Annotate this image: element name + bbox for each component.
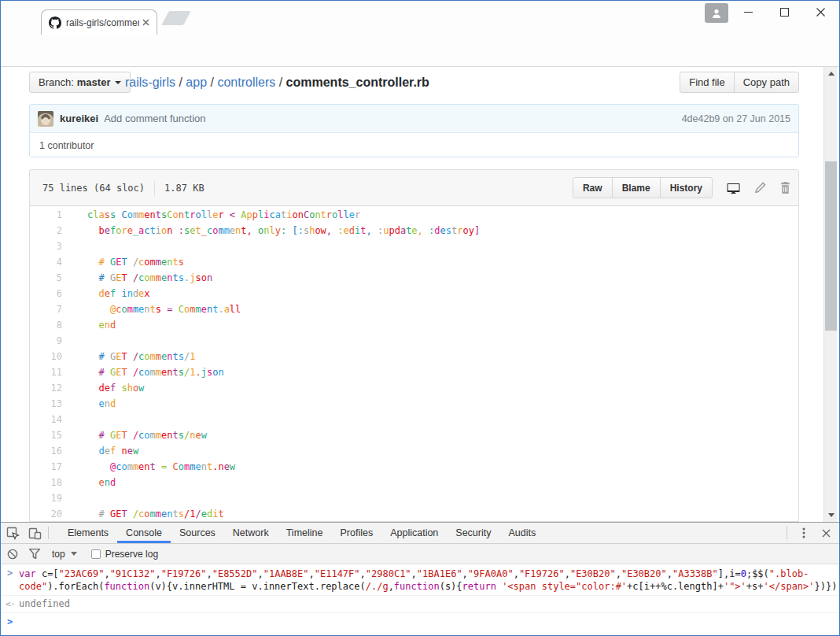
preserve-log-checkbox[interactable] bbox=[91, 549, 101, 559]
devtools-close-icon[interactable] bbox=[816, 523, 835, 543]
window-close-button[interactable] bbox=[802, 0, 838, 24]
console-toolbar: top Preserve log bbox=[0, 544, 840, 564]
commit-message[interactable]: Add comment function bbox=[104, 113, 681, 124]
code-line: end bbox=[87, 475, 798, 490]
devtools-menu-icon[interactable] bbox=[794, 523, 813, 543]
line-number[interactable]: 4 bbox=[30, 254, 62, 270]
scroll-down-arrow-icon[interactable] bbox=[824, 508, 838, 522]
line-number[interactable]: 10 bbox=[30, 349, 62, 364]
command-chevron-icon: > bbox=[7, 568, 13, 579]
breadcrumb-dir-controllers-link[interactable]: controllers bbox=[217, 76, 275, 89]
scrollbar-thumb[interactable] bbox=[825, 161, 837, 331]
code-line: # GET /comments/1 bbox=[87, 349, 798, 364]
filter-icon[interactable] bbox=[25, 544, 44, 564]
tabbar-divider bbox=[787, 527, 787, 539]
chevron-down-icon bbox=[115, 81, 121, 87]
person-icon bbox=[711, 8, 722, 19]
line-number[interactable]: 9 bbox=[30, 333, 62, 349]
code-line bbox=[87, 412, 798, 427]
page-scrollbar[interactable] bbox=[823, 67, 837, 522]
breadcrumb-dir-app-link[interactable]: app bbox=[186, 76, 207, 89]
code-line bbox=[87, 490, 798, 506]
edit-pencil-icon[interactable] bbox=[754, 182, 766, 194]
line-number[interactable]: 2 bbox=[30, 223, 62, 238]
device-toolbar-icon[interactable] bbox=[25, 523, 44, 543]
devtools-tab-sources[interactable]: Sources bbox=[171, 523, 224, 543]
file-blob-container: 75 lines (64 sloc) 1.87 KB Raw Blame His… bbox=[29, 169, 799, 522]
file-size: 1.87 KB bbox=[164, 183, 204, 194]
line-number[interactable]: 8 bbox=[30, 317, 62, 333]
context-label: top bbox=[52, 549, 65, 560]
line-number[interactable]: 15 bbox=[30, 427, 62, 443]
open-desktop-icon[interactable] bbox=[727, 182, 740, 194]
browser-titlebar: rails-girls/comments_con bbox=[0, 0, 840, 35]
code-line: # GET /comments/new bbox=[87, 427, 798, 443]
devtools-panel: ElementsConsoleSourcesNetworkTimelinePro… bbox=[0, 522, 840, 636]
line-number[interactable]: 19 bbox=[30, 490, 62, 506]
tab-title: rails-girls/comments_con bbox=[66, 17, 139, 28]
devtools-tab-security[interactable]: Security bbox=[447, 523, 499, 543]
code-line-numbers: 1234567891011121314151617181920 bbox=[30, 207, 69, 521]
browser-toolbar: GitHub, Inc. [US] https://github.com/kur… bbox=[0, 35, 840, 67]
line-number[interactable]: 6 bbox=[30, 286, 62, 301]
line-number[interactable]: 11 bbox=[30, 364, 62, 380]
line-number[interactable]: 5 bbox=[30, 270, 62, 286]
scroll-up-arrow-icon[interactable] bbox=[824, 67, 838, 80]
devtools-tab-console[interactable]: Console bbox=[117, 523, 171, 543]
devtools-tab-elements[interactable]: Elements bbox=[59, 523, 117, 543]
line-number[interactable]: 12 bbox=[30, 380, 62, 396]
contributors-row[interactable]: 1 contributor bbox=[30, 133, 798, 157]
code-lines[interactable]: class CommentsController < ApplicationCo… bbox=[69, 207, 798, 521]
line-number[interactable]: 20 bbox=[30, 506, 62, 522]
branch-label: Branch: bbox=[39, 76, 74, 88]
code-line bbox=[87, 238, 798, 254]
devtools-tabs: ElementsConsoleSourcesNetworkTimelinePro… bbox=[59, 523, 544, 543]
clear-console-icon[interactable] bbox=[3, 544, 22, 564]
page-content: Branch: master rails-girls / app / contr… bbox=[0, 67, 840, 522]
header-actions: Find file Copy path bbox=[680, 72, 799, 93]
breadcrumb-repo-link[interactable]: rails-girls bbox=[125, 76, 175, 89]
execution-context-selector[interactable]: top bbox=[52, 549, 77, 560]
window-maximize-button[interactable] bbox=[766, 0, 802, 24]
code-line: # GET /comments/1/edit bbox=[87, 506, 798, 521]
line-number[interactable]: 14 bbox=[30, 412, 62, 427]
github-favicon-icon bbox=[49, 17, 61, 29]
meta-divider bbox=[154, 181, 155, 195]
code-line: before_action :set_comment, only: [:show… bbox=[87, 223, 798, 238]
raw-button[interactable]: Raw bbox=[573, 177, 613, 198]
console-command-line: var c=["23AC69","91C132","F19726","E8552… bbox=[19, 568, 840, 580]
line-number[interactable]: 1 bbox=[30, 207, 62, 223]
line-number[interactable]: 3 bbox=[30, 238, 62, 254]
devtools-tab-timeline[interactable]: Timeline bbox=[278, 523, 332, 543]
console-prompt-row[interactable]: > bbox=[0, 613, 840, 616]
inspect-element-icon[interactable] bbox=[3, 523, 22, 543]
new-tab-button[interactable] bbox=[161, 11, 191, 25]
profile-avatar-button[interactable] bbox=[705, 3, 728, 23]
commit-author-avatar[interactable] bbox=[38, 111, 53, 127]
devtools-tab-network[interactable]: Network bbox=[224, 523, 278, 543]
delete-trash-icon[interactable] bbox=[780, 182, 790, 194]
line-number[interactable]: 17 bbox=[30, 459, 62, 475]
code-line: def new bbox=[87, 443, 798, 459]
commit-sha[interactable]: 4de42b9 bbox=[682, 113, 720, 124]
browser-tab[interactable]: rails-girls/comments_con bbox=[41, 9, 157, 35]
line-number[interactable]: 13 bbox=[30, 396, 62, 412]
commit-author-name[interactable]: kureikei bbox=[60, 113, 98, 124]
branch-select-button[interactable]: Branch: master bbox=[29, 72, 131, 93]
code-line: class CommentsController < ApplicationCo… bbox=[87, 207, 798, 223]
find-file-button[interactable]: Find file bbox=[680, 72, 735, 93]
copy-path-button[interactable]: Copy path bbox=[734, 72, 799, 93]
devtools-tab-profiles[interactable]: Profiles bbox=[331, 523, 381, 543]
code-line: @comments = Comment.all bbox=[87, 301, 798, 317]
devtools-tab-audits[interactable]: Audits bbox=[499, 523, 544, 543]
console-messages[interactable]: > var c=["23AC69","91C132","F19726","E85… bbox=[0, 564, 840, 616]
line-number[interactable]: 18 bbox=[30, 475, 62, 490]
line-number[interactable]: 7 bbox=[30, 301, 62, 317]
blame-button[interactable]: Blame bbox=[612, 177, 661, 198]
breadcrumb-separator: / bbox=[279, 76, 282, 89]
history-button[interactable]: History bbox=[660, 177, 713, 198]
devtools-tab-application[interactable]: Application bbox=[381, 523, 447, 543]
line-number[interactable]: 16 bbox=[30, 443, 62, 459]
window-minimize-button[interactable] bbox=[730, 0, 766, 24]
tab-close-icon[interactable] bbox=[139, 17, 152, 29]
